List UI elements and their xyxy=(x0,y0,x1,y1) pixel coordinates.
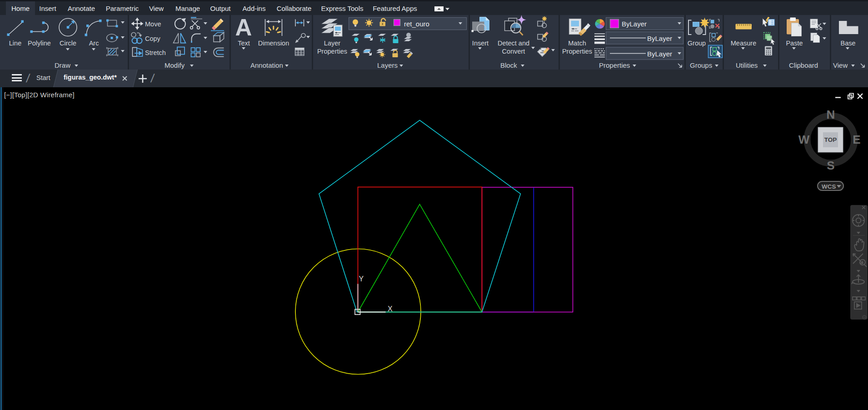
svg-text:X: X xyxy=(388,305,393,313)
svg-text:Y: Y xyxy=(359,275,364,283)
svg-text:N: N xyxy=(827,108,835,121)
svg-text:A: A xyxy=(235,15,252,40)
svg-text:TOP: TOP xyxy=(824,136,837,143)
svg-text:E: E xyxy=(853,133,860,146)
svg-text:S: S xyxy=(827,159,834,172)
svg-text:W: W xyxy=(798,133,810,146)
svg-text:WCS: WCS xyxy=(822,183,836,190)
